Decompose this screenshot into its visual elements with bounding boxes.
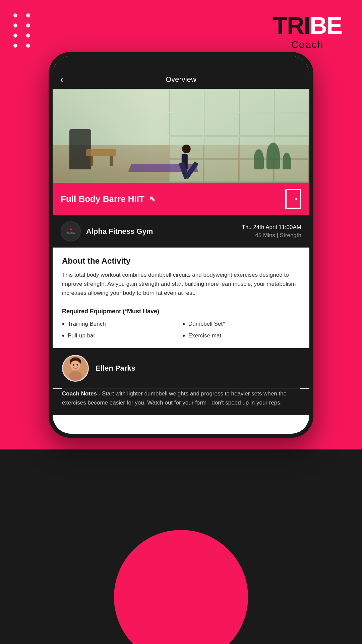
equipment-item-3: • Pull-up bar <box>62 332 179 340</box>
coach-avatar-svg <box>63 355 88 381</box>
camera-notch <box>154 59 208 67</box>
svg-point-3 <box>73 364 74 366</box>
equipment-section: Required Equipment (*Must Have) • Traini… <box>53 305 309 348</box>
scroll-content[interactable]: Full Body Barre HIIT ⬉ ⊕ ALPHA Alpha Fit… <box>53 89 309 434</box>
door-icon[interactable] <box>285 189 301 209</box>
equipment-item-1: • Training Bench <box>62 320 179 328</box>
coach-notes-section: Coach Notes - Start with lighter dumbbel… <box>53 389 309 415</box>
gym-right-section: Thu 24th April 11:00AM 45 Mins | Strengt… <box>242 224 301 239</box>
equipment-name-2: Dumbbell Set* <box>188 321 225 327</box>
window-pane <box>204 90 238 112</box>
workout-title-text: Full Body Barre HIIT ⬉ <box>61 194 155 204</box>
window-pane <box>204 160 238 182</box>
logo-be: BE <box>310 12 342 39</box>
gym-info-bar: ⊕ ALPHA Alpha Fitness Gym Thu 24th April… <box>53 215 309 248</box>
window-pane <box>169 113 203 135</box>
svg-point-4 <box>76 364 78 366</box>
coach-avatar <box>62 355 89 382</box>
bench-leg-1 <box>89 156 93 166</box>
logo-coach: Coach <box>273 39 342 50</box>
about-title: About the Activity <box>62 256 300 266</box>
gym-logo: ⊕ ALPHA <box>61 221 81 241</box>
share-icon[interactable]: ⬉ <box>149 195 155 203</box>
door-knob <box>296 198 297 200</box>
bullet-2: • <box>183 320 185 328</box>
about-activity-section: About the Activity This total body worko… <box>53 248 309 305</box>
status-bar <box>53 56 309 70</box>
gym-date: Thu 24th April 11:00AM <box>242 224 301 231</box>
gym-duration: 45 Mins <box>255 232 275 238</box>
equipment-title: Required Equipment (*Must Have) <box>62 308 300 315</box>
workout-name: Full Body Barre HIIT <box>61 194 144 204</box>
gym-separator: | <box>277 232 280 238</box>
equipment-name-1: Training Bench <box>68 321 106 327</box>
plant-2 <box>266 143 280 169</box>
window-pane <box>239 113 274 135</box>
background-dots <box>13 13 33 48</box>
equipment-item-4: • Exercise mat <box>183 332 300 340</box>
window-pane <box>274 90 308 112</box>
plant-decoration <box>254 143 291 169</box>
bullet-1: • <box>62 320 64 328</box>
bottom-circle-decoration <box>114 530 248 644</box>
bench-leg-2 <box>110 156 113 166</box>
window-pane <box>204 137 238 159</box>
workout-title-banner: Full Body Barre HIIT ⬉ <box>53 183 309 215</box>
gym-type: Strength <box>280 232 301 238</box>
exercise-figure <box>179 145 191 169</box>
gym-logo-symbol: ⊕ <box>69 228 72 231</box>
app-logo: TRIBE Coach <box>273 13 342 50</box>
equipment-name-3: Pull-up bar <box>68 332 95 339</box>
phone-frame: ‹ Overview <box>49 52 313 438</box>
phone-screen: ‹ Overview <box>53 56 309 434</box>
window-pane <box>204 113 238 135</box>
logo-text: TRIBE <box>273 13 342 38</box>
plant-1 <box>254 149 264 169</box>
plant-3 <box>283 153 291 169</box>
coach-name: Ellen Parks <box>96 364 135 373</box>
gym-left-section: ⊕ ALPHA Alpha Fitness Gym <box>61 221 153 241</box>
gym-name: Alpha Fitness Gym <box>86 227 153 236</box>
workout-hero-image <box>53 89 309 183</box>
coach-notes-label: Coach Notes - <box>62 390 102 397</box>
figure-head <box>182 145 191 153</box>
svg-point-2 <box>70 360 80 370</box>
gym-meta: 45 Mins | Strength <box>242 232 301 239</box>
bench-decoration <box>86 149 116 156</box>
window-pane <box>274 113 308 135</box>
svg-point-5 <box>69 371 82 381</box>
coach-notes-text: Coach Notes - Start with lighter dumbbel… <box>62 389 300 407</box>
window-pane <box>239 90 274 112</box>
gym-logo-text: ALPHA <box>67 232 75 234</box>
equipment-item-2: • Dumbbell Set* <box>183 320 300 328</box>
equipment-grid: • Training Bench • Dumbbell Set* • Pull-… <box>62 320 300 340</box>
window-pane <box>169 90 203 112</box>
equipment-name-4: Exercise mat <box>188 332 221 339</box>
logo-tri: TRI <box>273 12 310 39</box>
bullet-3: • <box>62 332 64 340</box>
coach-section: Ellen Parks <box>53 348 309 388</box>
header-title: Overview <box>166 75 196 84</box>
back-button[interactable]: ‹ <box>60 74 63 85</box>
bullet-4: • <box>183 332 185 340</box>
about-description: This total body workout combines dumbbel… <box>62 270 300 298</box>
navigation-header: ‹ Overview <box>53 70 309 89</box>
